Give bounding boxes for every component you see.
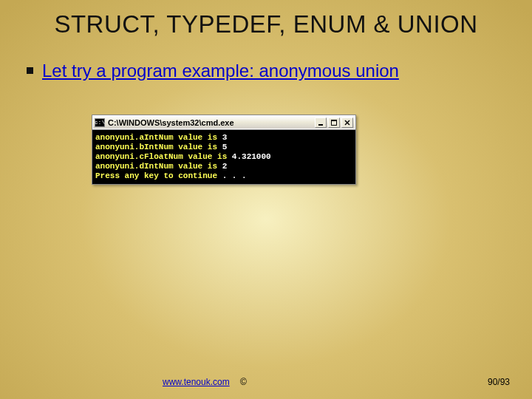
window-controls: [315, 117, 353, 128]
output-line: anonyuni.dIntNum value is 2: [95, 162, 351, 171]
cmd-icon: c:\: [95, 118, 105, 127]
page-number: 90/93: [488, 377, 510, 387]
copyright-text: ©: [240, 377, 247, 387]
titlebar: c:\ C:\WINDOWS\system32\cmd.exe: [92, 115, 355, 129]
output-line: anonyuni.cFloatNum value is 4.321000: [95, 152, 351, 162]
square-bullet-icon: [27, 67, 33, 74]
example-link[interactable]: Let try a program example: anonymous uni…: [42, 61, 399, 81]
svg-rect-2: [331, 120, 337, 121]
footer-link[interactable]: www.tenouk.com: [163, 377, 230, 387]
close-button[interactable]: [341, 117, 353, 128]
output-line: anonyuni.aIntNum value is 3: [95, 133, 351, 143]
maximize-icon: [331, 120, 337, 126]
cmd-window: c:\ C:\WINDOWS\system32\cmd.exe anonyuni…: [92, 115, 356, 185]
minimize-icon: [318, 120, 324, 126]
minimize-button[interactable]: [315, 117, 327, 128]
window-title: C:\WINDOWS\system32\cmd.exe: [108, 118, 315, 127]
console-output: anonyuni.aIntNum value is 3 anonyuni.bIn…: [92, 129, 355, 184]
close-icon: [344, 120, 350, 126]
svg-rect-0: [318, 124, 323, 126]
bullet-row: Let try a program example: anonymous uni…: [27, 61, 532, 81]
slide-title: STRUCT, TYPEDEF, ENUM & UNION: [0, 0, 532, 38]
maximize-button[interactable]: [328, 117, 340, 128]
output-line: anonyuni.bIntNum value is 5: [95, 143, 351, 152]
output-line: Press any key to continue . . .: [95, 171, 351, 181]
